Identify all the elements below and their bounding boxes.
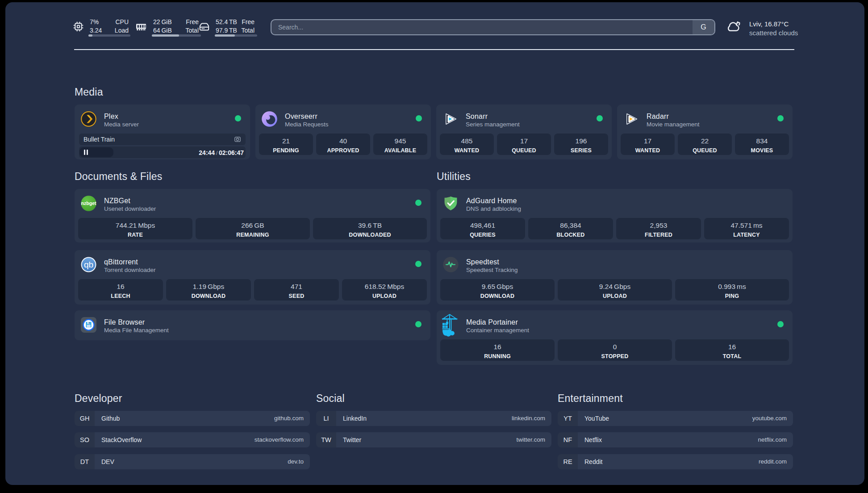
svg-text:nzbget: nzbget: [81, 201, 96, 206]
svg-text:qb: qb: [84, 260, 93, 269]
